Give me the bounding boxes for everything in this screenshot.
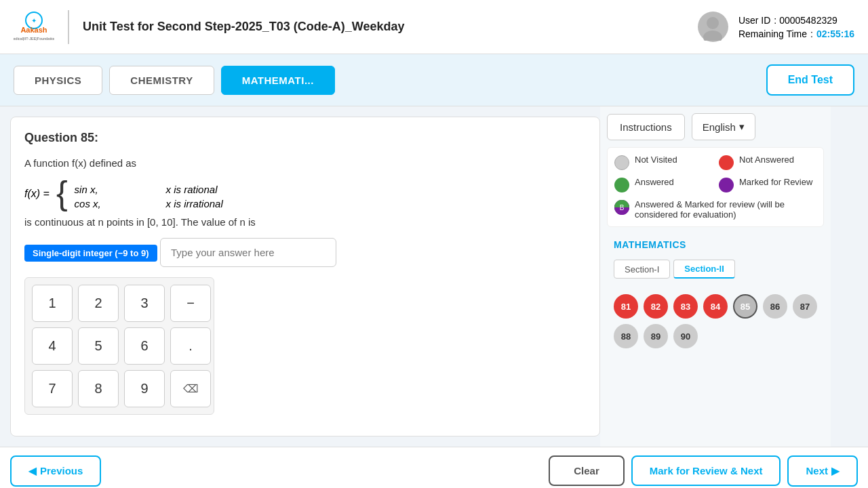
subject-tab-physics[interactable]: PHYSICS — [14, 66, 102, 95]
clear-button[interactable]: Clear — [549, 455, 625, 486]
main-content: Question 85: A function f(x) defined as … — [0, 106, 868, 447]
not-answered-label: Not Answered — [739, 155, 794, 165]
answer-input[interactable] — [160, 238, 336, 267]
q-num-83[interactable]: 83 — [673, 294, 698, 319]
legend: Not Visited Not Answered Answered Marked… — [607, 147, 824, 227]
instructions-button[interactable]: Instructions — [607, 114, 685, 140]
svg-text:B: B — [620, 204, 625, 211]
subject-tab-mathematics[interactable]: MATHEMATI... — [221, 66, 335, 95]
q-num-85[interactable]: 85 — [733, 294, 757, 319]
legend-answered: Answered — [614, 177, 712, 192]
numpad-dot[interactable]: . — [170, 327, 211, 365]
numpad-4[interactable]: 4 — [32, 327, 73, 365]
svg-text:Aakash: Aakash — [20, 26, 47, 34]
legend-not-answered: Not Answered — [719, 155, 816, 170]
numpad-9[interactable]: 9 — [124, 370, 165, 407]
subject-bar: PHYSICS CHEMISTRY MATHEMATI... End Test — [0, 54, 868, 106]
user-id-row: User ID : 00005482329 — [738, 15, 854, 26]
chevron-left-icon: ◀ — [28, 465, 37, 477]
logo-area: ✦ Aakash Medical|IIT-JEE|Foundations — [14, 8, 54, 45]
svg-text:✦: ✦ — [31, 17, 37, 24]
numpad-minus[interactable]: − — [170, 285, 211, 322]
avatar — [698, 12, 728, 42]
numpad-2[interactable]: 2 — [78, 285, 119, 322]
numpad-3[interactable]: 3 — [124, 285, 165, 322]
header-divider — [68, 10, 69, 44]
brace-icon: { — [56, 178, 68, 209]
case-row-2: cos x, x is irrational — [75, 198, 302, 209]
svg-point-4 — [707, 17, 719, 29]
section-tab-2[interactable]: Section-II — [673, 260, 735, 279]
section-header: MATHEMATICS — [607, 234, 824, 253]
time-row: Remaining Time : 02:55:16 — [738, 28, 854, 39]
legend-marked: Marked for Review — [719, 177, 816, 192]
numpad-5[interactable]: 5 — [78, 327, 119, 365]
user-id-label: User ID — [738, 15, 770, 26]
bottom-bar: ◀ Previous Clear Mark for Review & Next … — [0, 447, 868, 488]
question-number: Question 85: — [24, 131, 586, 145]
case1-func: sin x, — [75, 184, 163, 195]
right-panel: Instructions English ▾ Not Visited Not A… — [600, 106, 831, 447]
numpad-7[interactable]: 7 — [32, 370, 73, 407]
numpad: 1 2 3 − 4 5 6 . 7 8 9 ⌫ — [24, 277, 214, 415]
remaining-time: 02:55:16 — [816, 28, 854, 39]
legend-answered-marked: B Answered & Marked for review (will be … — [614, 199, 816, 220]
header: ✦ Aakash Medical|IIT-JEE|Foundations Uni… — [0, 0, 868, 54]
test-title: Unit Test for Second Step-2025_T03 (Code… — [83, 20, 698, 34]
case1-cond: x is rational — [166, 184, 302, 195]
q-num-90[interactable]: 90 — [673, 324, 698, 348]
time-colon: : — [810, 28, 813, 39]
not-answered-dot — [719, 155, 734, 170]
case2-cond: x is irrational — [166, 198, 302, 209]
q-num-89[interactable]: 89 — [644, 324, 668, 348]
q-num-81[interactable]: 81 — [614, 294, 638, 319]
answered-marked-dot: B — [614, 200, 629, 215]
user-id-value: : 00005482329 — [774, 15, 837, 26]
q-num-86[interactable]: 86 — [763, 294, 787, 319]
numpad-backspace[interactable]: ⌫ — [170, 370, 211, 407]
case2-func: cos x, — [75, 198, 163, 209]
q-num-84[interactable]: 84 — [703, 294, 728, 319]
question-tail: is continuous at n points in [0, 10]. Th… — [24, 216, 586, 228]
answer-type-badge: Single-digit integer (−9 to 9) — [24, 245, 157, 262]
section-tabs: Section-I Section-II — [607, 260, 824, 282]
next-button[interactable]: Next ▶ — [787, 455, 858, 487]
numpad-1[interactable]: 1 — [32, 285, 73, 322]
not-visited-dot — [614, 155, 629, 170]
case-row-1: sin x, x is rational — [75, 184, 302, 195]
q-num-87[interactable]: 87 — [793, 294, 817, 319]
user-info: User ID : 00005482329 Remaining Time : 0… — [698, 12, 854, 42]
time-label: Remaining Time — [738, 28, 807, 39]
question-panel: Question 85: A function f(x) defined as … — [10, 117, 600, 436]
marked-label: Marked for Review — [739, 177, 812, 187]
numpad-8[interactable]: 8 — [78, 370, 119, 407]
not-visited-label: Not Visited — [635, 155, 677, 165]
chevron-right-icon: ▶ — [831, 465, 840, 477]
question-grid: 81 82 83 84 85 86 87 88 89 90 — [607, 289, 824, 354]
subject-tab-chemistry[interactable]: CHEMISTRY — [109, 66, 214, 95]
language-label: English — [703, 121, 736, 133]
legend-not-visited: Not Visited — [614, 155, 712, 170]
mark-review-button[interactable]: Mark for Review & Next — [631, 455, 781, 486]
math-label: f(x) = — [24, 188, 50, 200]
answered-marked-label: Answered & Marked for review (will be co… — [635, 199, 816, 220]
answered-dot — [614, 178, 629, 192]
user-details: User ID : 00005482329 Remaining Time : 0… — [738, 15, 854, 39]
chevron-down-icon: ▾ — [739, 121, 745, 133]
cases-table: sin x, x is rational cos x, x is irratio… — [75, 178, 302, 209]
aakash-logo: ✦ Aakash Medical|IIT-JEE|Foundations — [14, 8, 54, 45]
language-select[interactable]: English ▾ — [692, 113, 755, 140]
previous-button[interactable]: ◀ Previous — [10, 455, 101, 487]
end-test-button[interactable]: End Test — [766, 64, 854, 96]
question-intro: A function f(x) defined as — [24, 155, 586, 171]
svg-point-5 — [703, 30, 722, 41]
math-block: f(x) = { sin x, x is rational cos x, x i… — [24, 178, 586, 209]
q-num-88[interactable]: 88 — [614, 324, 638, 348]
section-tab-1[interactable]: Section-I — [614, 260, 670, 279]
marked-dot — [719, 178, 734, 192]
numpad-6[interactable]: 6 — [124, 327, 165, 365]
lang-row: Instructions English ▾ — [607, 113, 824, 140]
q-num-82[interactable]: 82 — [644, 294, 668, 319]
svg-text:Medical|IIT-JEE|Foundations: Medical|IIT-JEE|Foundations — [14, 37, 54, 41]
answered-label: Answered — [635, 177, 674, 187]
